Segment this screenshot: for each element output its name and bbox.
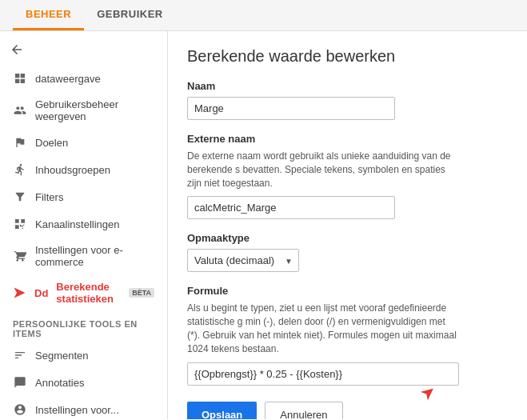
sidebar-label-instellingen-multi: Instellingen voor... [35, 404, 119, 416]
action-buttons: Opslaan Annuleren [187, 402, 508, 419]
formule-input[interactable] [187, 362, 459, 386]
channel-icon [13, 217, 27, 231]
tab-gebruiker[interactable]: GEBRUIKER [84, 0, 176, 30]
formule-label: Formule [187, 285, 508, 297]
sidebar-item-segmenten[interactable]: Segmenten [0, 342, 167, 369]
opmaaktype-select-wrapper: Valuta (decimaal) Getal Percentage ▼ [187, 249, 299, 272]
cart-icon [13, 249, 27, 263]
naam-label: Naam [187, 80, 508, 92]
sidebar-label-gebruikersbeheer: Gebruikersbeheer weergeven [35, 98, 154, 122]
main-content: Berekende waarde bewerken Naam Externe n… [168, 31, 527, 419]
filter-icon [13, 190, 27, 204]
beta-badge: BÈTA [129, 288, 154, 298]
tab-beheer[interactable]: BEHEER [13, 0, 84, 30]
app-container: BEHEER GEBRUIKER dataweergave Gebruikers… [0, 0, 527, 419]
sidebar-label-kanaalinstellingen: Kanaalinstellingen [35, 218, 120, 230]
externe-naam-label: Externe naam [187, 133, 508, 145]
settings-icon [13, 402, 27, 417]
back-icon [10, 42, 24, 57]
sidebar-label-segmenten: Segmenten [35, 350, 89, 362]
cancel-button[interactable]: Annuleren [265, 402, 342, 419]
sidebar-item-filters[interactable]: Filters [0, 183, 167, 210]
opmaaktype-select[interactable]: Valuta (decimaal) Getal Percentage [187, 249, 299, 272]
back-button[interactable] [0, 38, 167, 62]
sidebar-item-ecommerce[interactable]: Instellingen voor e-commerce [0, 238, 167, 274]
sidebar-label-ecommerce: Instellingen voor e-commerce [35, 244, 154, 268]
section-label-personal: PERSOONLIJKE TOOLS EN ITEMS [0, 311, 167, 342]
sidebar-label-dataweergave: dataweergave [35, 73, 101, 85]
sidebar-item-kanaalinstellingen[interactable]: Kanaalinstellingen [0, 210, 167, 238]
dd-icon: Dd [34, 286, 48, 300]
formule-helper: Als u begint te typen, ziet u een lijst … [187, 302, 459, 355]
red-arrow-icon: ➤ [13, 284, 25, 302]
page-title: Berekende waarde bewerken [187, 47, 508, 66]
sidebar-label-doelen: Doelen [35, 137, 68, 149]
sidebar-label-filters: Filters [35, 191, 63, 203]
sidebar-item-inhoudsgroepen[interactable]: Inhoudsgroepen [0, 156, 167, 183]
top-tabs: BEHEER GEBRUIKER [0, 0, 527, 31]
flag-icon [13, 135, 27, 150]
sidebar-item-doelen[interactable]: Doelen [0, 129, 167, 156]
sidebar: dataweergave Gebruikersbeheer weergeven … [0, 31, 168, 419]
formule-field-group: Formule Als u begint te typen, ziet u ee… [187, 285, 508, 385]
layout: dataweergave Gebruikersbeheer weergeven … [0, 31, 527, 419]
externe-naam-field-group: Externe naam De externe naam wordt gebru… [187, 133, 508, 219]
opmaaktype-label: Opmaaktype [187, 232, 508, 244]
sidebar-label-inhoudsgroepen: Inhoudsgroepen [35, 164, 110, 176]
sidebar-item-dataweergave[interactable]: dataweergave [0, 65, 167, 92]
naam-field-group: Naam [187, 80, 508, 120]
sidebar-item-gebruikersbeheer[interactable]: Gebruikersbeheer weergeven [0, 92, 167, 129]
sidebar-label-annotaties: Annotaties [35, 377, 84, 389]
sidebar-label-berekende: Berekende statistieken [56, 281, 118, 305]
sidebar-item-instellingen[interactable]: Instellingen voor... [0, 396, 167, 419]
naam-input[interactable] [187, 97, 395, 120]
grid-icon [13, 71, 27, 86]
sidebar-item-annotaties[interactable]: Annotaties [0, 369, 167, 396]
externe-naam-helper: De externe naam wordt gebruikt als uniek… [187, 150, 459, 190]
segment-icon [13, 348, 27, 362]
externe-naam-input[interactable] [187, 196, 395, 219]
chat-icon [13, 375, 27, 390]
save-button[interactable]: Opslaan [187, 402, 257, 419]
users-icon [13, 103, 27, 118]
sidebar-item-berekende-statistieken[interactable]: ➤ Dd Berekende statistieken BÈTA [0, 274, 167, 311]
formula-wrapper: ➤ [187, 362, 459, 386]
person-icon [13, 162, 27, 177]
opmaaktype-field-group: Opmaaktype Valuta (decimaal) Getal Perce… [187, 232, 508, 272]
